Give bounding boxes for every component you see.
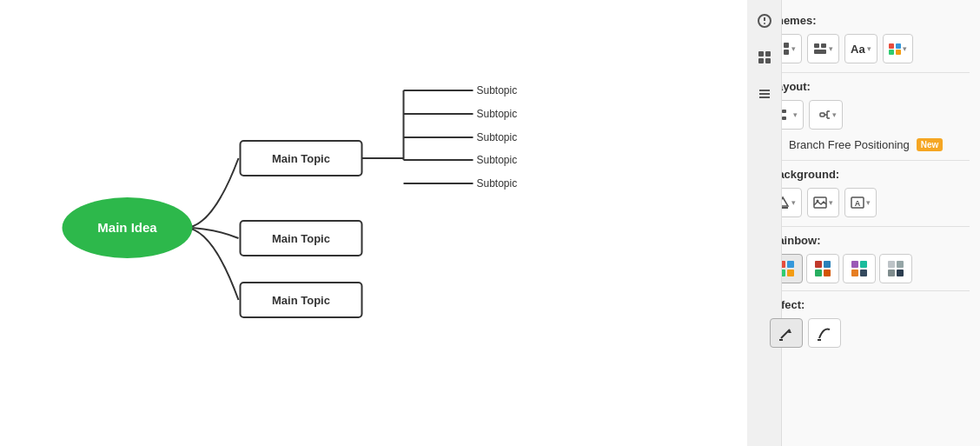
effect-btn-1[interactable] (770, 318, 803, 348)
right-panel: Themes: ▾ ▾ Aa ▾ (758, 0, 980, 446)
svg-rect-22 (821, 43, 826, 48)
rainbow-option-4[interactable] (879, 254, 912, 283)
svg-rect-18 (784, 43, 789, 48)
svg-rect-20 (784, 50, 789, 55)
svg-point-9 (764, 23, 765, 24)
new-badge: New (917, 138, 944, 151)
theme-font-btn[interactable]: Aa ▾ (844, 34, 877, 63)
background-label: Background: (770, 168, 970, 181)
rainbow-option-2[interactable] (806, 254, 839, 283)
subtopic-text: Subtopic (477, 154, 518, 166)
svg-rect-16 (759, 97, 770, 98)
chevron-down-icon: ▾ (791, 198, 796, 207)
rainbow-option-3[interactable] (843, 254, 876, 283)
layout-btn-2[interactable]: ▾ (809, 100, 843, 130)
chevron-down-icon: ▾ (791, 44, 796, 53)
toolbar-icon-1[interactable] (749, 5, 780, 37)
bg-text-btn[interactable]: A ▾ (844, 188, 877, 217)
svg-text:A: A (855, 199, 861, 208)
layout-row: ▾ ▾ (770, 100, 970, 130)
main-idea-label: Main Idea (97, 220, 157, 235)
rainbow-label: Rainbow: (770, 234, 970, 247)
chevron-down-icon: ▾ (829, 198, 833, 207)
divider-3 (770, 226, 970, 227)
chevron-down-icon: ▾ (866, 198, 871, 207)
svg-rect-13 (765, 58, 771, 63)
color-grid-icon (889, 43, 901, 55)
main-topic-3-label: Main Topic (272, 294, 330, 307)
branch-free-label: Branch Free Positioning (789, 138, 910, 151)
chevron-down-icon: ▾ (867, 44, 871, 53)
chevron-down-icon: ▾ (903, 44, 907, 53)
theme-color-btn[interactable]: ▾ (883, 34, 913, 63)
svg-rect-21 (814, 43, 819, 48)
svg-rect-14 (759, 93, 770, 95)
subtopic-text: Subtopic (477, 177, 518, 190)
chevron-down-icon: ▾ (793, 110, 798, 119)
effect-label: Effect: (770, 298, 970, 311)
svg-line-42 (781, 330, 790, 338)
svg-rect-10 (758, 51, 764, 57)
svg-rect-11 (765, 51, 771, 57)
svg-rect-15 (759, 90, 770, 91)
effect-btn-2[interactable] (808, 318, 841, 348)
divider-1 (770, 72, 970, 73)
vertical-toolbar (747, 0, 782, 446)
bg-image-btn[interactable]: ▾ (807, 188, 839, 217)
background-row: ▾ ▾ A ▾ (770, 188, 970, 217)
branch-free-row: Branch Free Positioning New (770, 138, 970, 151)
theme-layout-btn-2[interactable]: ▾ (807, 34, 839, 63)
layout-label: Layout: (770, 80, 970, 93)
svg-rect-23 (814, 50, 826, 54)
divider-4 (770, 290, 970, 291)
rainbow-grid (770, 254, 970, 283)
themes-row: ▾ ▾ Aa ▾ (770, 34, 970, 63)
subtopic-text: Subtopic (477, 84, 518, 97)
effect-row (770, 318, 970, 348)
main-topic-2-label: Main Topic (272, 232, 330, 245)
svg-rect-12 (758, 58, 764, 63)
toolbar-icon-3[interactable] (749, 78, 780, 110)
subtopic-text: Subtopic (477, 108, 518, 120)
divider-2 (770, 160, 970, 161)
font-icon: Aa (851, 43, 865, 56)
themes-label: Themes: (770, 14, 970, 27)
toolbar-icon-2[interactable] (749, 42, 780, 73)
main-topic-1-label: Main Topic (272, 152, 330, 165)
chevron-down-icon: ▾ (829, 44, 833, 53)
chevron-down-icon: ▾ (832, 110, 837, 119)
svg-rect-31 (820, 113, 824, 116)
subtopic-text: Subtopic (477, 131, 518, 143)
canvas-area: Subtopic Subtopic Subtopic Subtopic Subt… (0, 0, 755, 446)
